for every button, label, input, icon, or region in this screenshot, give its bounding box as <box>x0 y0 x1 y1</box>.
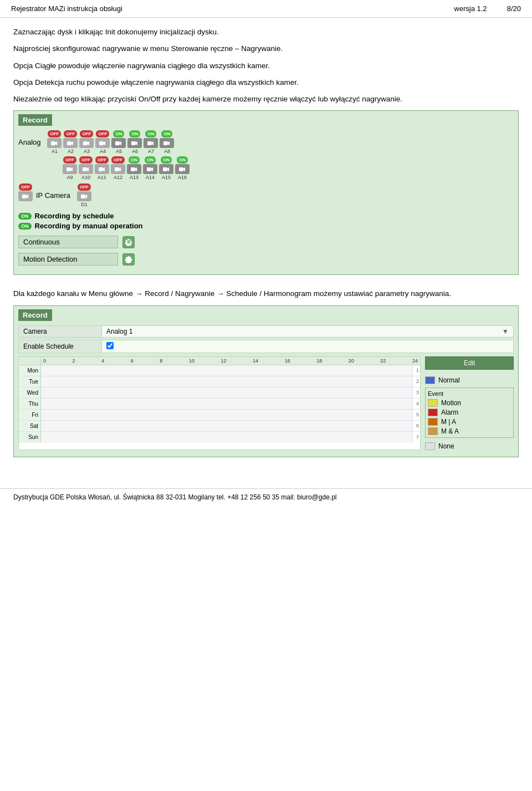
record-panel-2: Record Camera Analog 1 ▼ Enable Schedule <box>13 305 519 457</box>
cam-a6[interactable]: ON A6 <box>127 130 142 154</box>
cam-a4[interactable]: OFF A4 <box>95 130 110 154</box>
ip-cam-toggle[interactable]: OFF <box>18 183 33 201</box>
legend-panel: Edit Normal Event Motion Alarm <box>425 356 514 450</box>
cam-a1[interactable]: OFF A1 <box>47 130 62 154</box>
event-group: Event Motion Alarm M | A <box>425 387 514 438</box>
page-header: Rejestrator MAZi instrukcja obsługi wers… <box>0 0 532 18</box>
svg-marker-31 <box>183 167 185 171</box>
cam-a7-pill: ON <box>145 130 156 137</box>
cam-a8-icon <box>160 138 174 148</box>
para-4: Opcja Detekcja ruchu powoduje włączenie … <box>13 77 519 88</box>
svg-marker-19 <box>87 167 89 171</box>
svg-marker-1 <box>55 141 57 145</box>
schedule-row-thu: Thu 4 <box>19 399 420 410</box>
schedule-row-sat: Sat 6 <box>19 421 420 432</box>
cam-a5[interactable]: ON A5 <box>111 130 126 154</box>
para-3: Opcja Ciągłe powoduje włączenie nagrywan… <box>13 60 519 72</box>
alarm-color-swatch <box>428 409 438 416</box>
cam-a16[interactable]: ON A16 <box>175 156 190 180</box>
svg-rect-24 <box>131 167 135 171</box>
enable-schedule-checkbox[interactable] <box>106 342 114 349</box>
cam-a11[interactable]: OFF A11 <box>95 156 109 180</box>
svg-marker-25 <box>135 167 137 171</box>
para-2: Najprościej skonfigurować nagrywanie w m… <box>13 43 519 54</box>
cam-a7[interactable]: ON A7 <box>144 130 158 154</box>
cam-a3[interactable]: OFF A3 <box>79 130 94 154</box>
cam-a6-icon <box>127 138 142 148</box>
cam-a15[interactable]: ON A15 <box>159 156 173 180</box>
normal-label: Normal <box>438 376 460 384</box>
svg-rect-6 <box>99 141 104 145</box>
analog-section: Analog OFF A1 OFF A2 <box>18 130 514 154</box>
edit-button[interactable]: Edit <box>425 356 514 370</box>
normal-color-swatch <box>425 376 435 384</box>
cam-a1-icon <box>47 138 62 148</box>
svg-marker-23 <box>119 167 121 171</box>
para-5: Niezależnie od tego klikając przyciski O… <box>13 94 519 105</box>
camera-dropdown-arrow[interactable]: ▼ <box>502 328 509 335</box>
cam-a13[interactable]: ON A13 <box>127 156 141 180</box>
svg-marker-29 <box>167 167 169 171</box>
continuous-mode-row: Continuous <box>18 236 514 248</box>
cam-a9[interactable]: OFF A9 <box>63 156 77 180</box>
none-color-swatch <box>425 442 435 450</box>
cam-a6-pill: ON <box>129 130 140 137</box>
cam-a14[interactable]: ON A14 <box>143 156 157 180</box>
page-footer: Dystrybucja GDE Polska Włosań, ul. Świąt… <box>0 488 532 506</box>
svg-marker-15 <box>168 141 170 145</box>
analog-cameras-row2: OFF A9 OFF A10 OFF <box>63 156 190 180</box>
svg-marker-33 <box>27 195 28 198</box>
page-content: Zaznaczając dysk i klikając Init dokonuj… <box>0 18 532 479</box>
cam-a2[interactable]: OFF A2 <box>63 130 78 154</box>
svg-rect-18 <box>83 167 87 171</box>
cam-a10[interactable]: OFF A10 <box>79 156 93 180</box>
cam-a12[interactable]: OFF A12 <box>111 156 125 180</box>
legend-ma: M | A <box>428 418 511 426</box>
manda-label: M & A <box>441 427 459 435</box>
motion-detection-mode-row: Motion Detection <box>18 253 514 266</box>
schedule-row-fri: Fri 5 <box>19 410 420 421</box>
svg-marker-35 <box>85 195 87 198</box>
svg-rect-26 <box>147 167 151 171</box>
legend-motion: Motion <box>428 399 511 407</box>
recording-by-schedule-row: ON Recording by schedule <box>18 212 514 220</box>
motion-detection-gear-btn[interactable] <box>122 253 135 266</box>
svg-marker-3 <box>71 141 73 145</box>
cam-a1-pill: OFF <box>48 130 61 137</box>
svg-marker-5 <box>88 141 89 145</box>
legend-normal: Normal <box>425 376 514 384</box>
cam-a4-pill: OFF <box>96 130 109 137</box>
cam-a3-pill: OFF <box>80 130 93 137</box>
cam-a2-icon <box>63 138 78 148</box>
svg-rect-22 <box>115 167 119 171</box>
legend-alarm: Alarm <box>428 409 511 416</box>
svg-rect-12 <box>147 141 152 145</box>
svg-marker-21 <box>103 167 105 171</box>
svg-rect-30 <box>179 167 183 171</box>
cam-a8[interactable]: ON A8 <box>160 130 174 154</box>
schedule-row-wed: Wed 3 <box>19 387 420 399</box>
svg-rect-8 <box>115 141 120 145</box>
cam-a5-pill: ON <box>113 130 124 137</box>
alarm-label: Alarm <box>441 409 458 416</box>
schedule-row-sun: Sun 7 <box>19 432 420 443</box>
cam-d1[interactable]: OFF D1 <box>77 183 91 207</box>
record-panel-2-title: Record <box>18 309 52 321</box>
legend-none: None <box>425 442 514 450</box>
motion-detection-box: Motion Detection <box>18 253 118 266</box>
schedule-grid: 0 2 4 6 8 10 12 14 16 18 20 22 24 <box>18 356 421 450</box>
analog-row2: OFF A9 OFF A10 OFF <box>63 156 514 180</box>
cam-a4-icon <box>95 138 110 148</box>
svg-marker-13 <box>152 141 154 145</box>
svg-rect-4 <box>83 141 88 145</box>
continuous-box: Continuous <box>18 236 118 248</box>
svg-rect-2 <box>67 141 71 145</box>
svg-rect-0 <box>51 141 55 145</box>
svg-marker-9 <box>120 141 121 145</box>
camera-form-row: Camera Analog 1 ▼ <box>18 325 514 338</box>
svg-rect-34 <box>81 195 85 198</box>
record-panel-1: Record Analog OFF A1 OFF <box>13 110 519 275</box>
svg-marker-17 <box>71 167 73 171</box>
continuous-gear-btn[interactable] <box>122 236 135 248</box>
footer-text: Dystrybucja GDE Polska Włosań, ul. Świąt… <box>13 493 337 501</box>
